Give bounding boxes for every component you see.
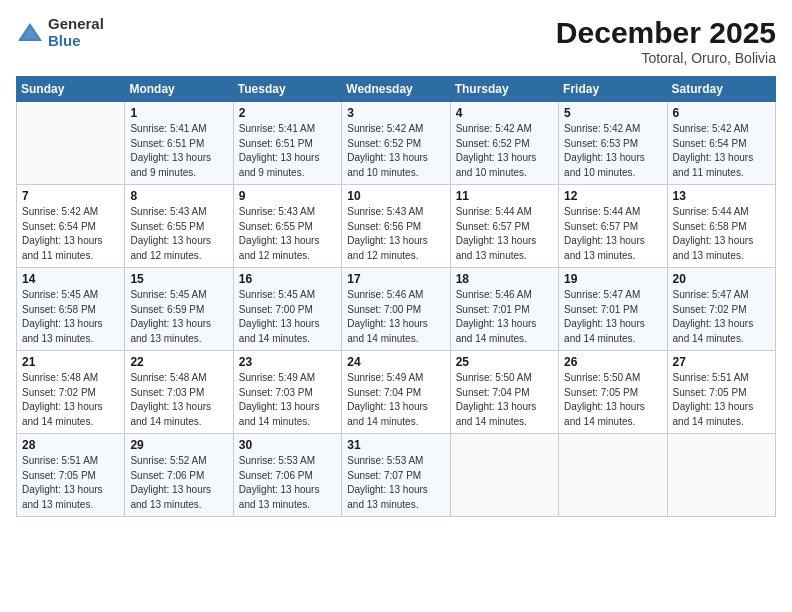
calendar-cell: 13Sunrise: 5:44 AMSunset: 6:58 PMDayligh… bbox=[667, 185, 775, 268]
day-number: 9 bbox=[239, 189, 336, 203]
calendar-cell: 18Sunrise: 5:46 AMSunset: 7:01 PMDayligh… bbox=[450, 268, 558, 351]
day-info: Sunrise: 5:50 AMSunset: 7:04 PMDaylight:… bbox=[456, 371, 553, 429]
calendar-cell: 4Sunrise: 5:42 AMSunset: 6:52 PMDaylight… bbox=[450, 102, 558, 185]
day-info: Sunrise: 5:46 AMSunset: 7:00 PMDaylight:… bbox=[347, 288, 444, 346]
col-header-sunday: Sunday bbox=[17, 77, 125, 102]
calendar-cell: 28Sunrise: 5:51 AMSunset: 7:05 PMDayligh… bbox=[17, 434, 125, 517]
day-info: Sunrise: 5:45 AMSunset: 6:59 PMDaylight:… bbox=[130, 288, 227, 346]
day-info: Sunrise: 5:47 AMSunset: 7:01 PMDaylight:… bbox=[564, 288, 661, 346]
calendar-cell: 15Sunrise: 5:45 AMSunset: 6:59 PMDayligh… bbox=[125, 268, 233, 351]
day-info: Sunrise: 5:43 AMSunset: 6:55 PMDaylight:… bbox=[130, 205, 227, 263]
day-info: Sunrise: 5:46 AMSunset: 7:01 PMDaylight:… bbox=[456, 288, 553, 346]
col-header-tuesday: Tuesday bbox=[233, 77, 341, 102]
calendar-cell: 5Sunrise: 5:42 AMSunset: 6:53 PMDaylight… bbox=[559, 102, 667, 185]
calendar-cell: 2Sunrise: 5:41 AMSunset: 6:51 PMDaylight… bbox=[233, 102, 341, 185]
day-number: 11 bbox=[456, 189, 553, 203]
calendar-cell: 31Sunrise: 5:53 AMSunset: 7:07 PMDayligh… bbox=[342, 434, 450, 517]
day-number: 8 bbox=[130, 189, 227, 203]
calendar-cell: 20Sunrise: 5:47 AMSunset: 7:02 PMDayligh… bbox=[667, 268, 775, 351]
day-info: Sunrise: 5:49 AMSunset: 7:04 PMDaylight:… bbox=[347, 371, 444, 429]
day-number: 6 bbox=[673, 106, 770, 120]
day-info: Sunrise: 5:47 AMSunset: 7:02 PMDaylight:… bbox=[673, 288, 770, 346]
day-number: 21 bbox=[22, 355, 119, 369]
calendar-cell: 14Sunrise: 5:45 AMSunset: 6:58 PMDayligh… bbox=[17, 268, 125, 351]
calendar-header-row: SundayMondayTuesdayWednesdayThursdayFrid… bbox=[17, 77, 776, 102]
col-header-thursday: Thursday bbox=[450, 77, 558, 102]
calendar-cell: 7Sunrise: 5:42 AMSunset: 6:54 PMDaylight… bbox=[17, 185, 125, 268]
day-info: Sunrise: 5:50 AMSunset: 7:05 PMDaylight:… bbox=[564, 371, 661, 429]
day-number: 10 bbox=[347, 189, 444, 203]
day-info: Sunrise: 5:42 AMSunset: 6:54 PMDaylight:… bbox=[22, 205, 119, 263]
calendar-cell: 24Sunrise: 5:49 AMSunset: 7:04 PMDayligh… bbox=[342, 351, 450, 434]
day-number: 19 bbox=[564, 272, 661, 286]
day-info: Sunrise: 5:53 AMSunset: 7:06 PMDaylight:… bbox=[239, 454, 336, 512]
day-number: 3 bbox=[347, 106, 444, 120]
day-number: 12 bbox=[564, 189, 661, 203]
logo-text-line2: Blue bbox=[48, 33, 104, 50]
day-info: Sunrise: 5:43 AMSunset: 6:55 PMDaylight:… bbox=[239, 205, 336, 263]
day-number: 7 bbox=[22, 189, 119, 203]
day-number: 27 bbox=[673, 355, 770, 369]
page-header: General Blue December 2025 Totoral, Orur… bbox=[16, 16, 776, 66]
day-info: Sunrise: 5:48 AMSunset: 7:03 PMDaylight:… bbox=[130, 371, 227, 429]
day-number: 1 bbox=[130, 106, 227, 120]
day-info: Sunrise: 5:43 AMSunset: 6:56 PMDaylight:… bbox=[347, 205, 444, 263]
day-info: Sunrise: 5:52 AMSunset: 7:06 PMDaylight:… bbox=[130, 454, 227, 512]
calendar-cell: 17Sunrise: 5:46 AMSunset: 7:00 PMDayligh… bbox=[342, 268, 450, 351]
calendar-cell bbox=[17, 102, 125, 185]
page-title: December 2025 bbox=[556, 16, 776, 50]
day-number: 24 bbox=[347, 355, 444, 369]
day-number: 17 bbox=[347, 272, 444, 286]
calendar-week-row: 14Sunrise: 5:45 AMSunset: 6:58 PMDayligh… bbox=[17, 268, 776, 351]
day-info: Sunrise: 5:42 AMSunset: 6:52 PMDaylight:… bbox=[347, 122, 444, 180]
calendar-cell: 29Sunrise: 5:52 AMSunset: 7:06 PMDayligh… bbox=[125, 434, 233, 517]
day-number: 2 bbox=[239, 106, 336, 120]
calendar-cell: 21Sunrise: 5:48 AMSunset: 7:02 PMDayligh… bbox=[17, 351, 125, 434]
day-info: Sunrise: 5:41 AMSunset: 6:51 PMDaylight:… bbox=[239, 122, 336, 180]
calendar-cell: 26Sunrise: 5:50 AMSunset: 7:05 PMDayligh… bbox=[559, 351, 667, 434]
calendar-week-row: 28Sunrise: 5:51 AMSunset: 7:05 PMDayligh… bbox=[17, 434, 776, 517]
calendar-cell: 27Sunrise: 5:51 AMSunset: 7:05 PMDayligh… bbox=[667, 351, 775, 434]
col-header-friday: Friday bbox=[559, 77, 667, 102]
calendar-cell: 16Sunrise: 5:45 AMSunset: 7:00 PMDayligh… bbox=[233, 268, 341, 351]
day-info: Sunrise: 5:42 AMSunset: 6:54 PMDaylight:… bbox=[673, 122, 770, 180]
col-header-monday: Monday bbox=[125, 77, 233, 102]
calendar-cell bbox=[450, 434, 558, 517]
logo-text-line1: General bbox=[48, 16, 104, 33]
logo: General Blue bbox=[16, 16, 104, 49]
calendar-cell bbox=[559, 434, 667, 517]
day-info: Sunrise: 5:53 AMSunset: 7:07 PMDaylight:… bbox=[347, 454, 444, 512]
day-number: 14 bbox=[22, 272, 119, 286]
day-number: 20 bbox=[673, 272, 770, 286]
calendar-cell: 25Sunrise: 5:50 AMSunset: 7:04 PMDayligh… bbox=[450, 351, 558, 434]
calendar-cell: 9Sunrise: 5:43 AMSunset: 6:55 PMDaylight… bbox=[233, 185, 341, 268]
day-number: 13 bbox=[673, 189, 770, 203]
day-info: Sunrise: 5:45 AMSunset: 7:00 PMDaylight:… bbox=[239, 288, 336, 346]
day-number: 25 bbox=[456, 355, 553, 369]
day-info: Sunrise: 5:51 AMSunset: 7:05 PMDaylight:… bbox=[673, 371, 770, 429]
day-info: Sunrise: 5:44 AMSunset: 6:57 PMDaylight:… bbox=[564, 205, 661, 263]
day-info: Sunrise: 5:45 AMSunset: 6:58 PMDaylight:… bbox=[22, 288, 119, 346]
calendar-cell: 19Sunrise: 5:47 AMSunset: 7:01 PMDayligh… bbox=[559, 268, 667, 351]
day-number: 26 bbox=[564, 355, 661, 369]
day-info: Sunrise: 5:44 AMSunset: 6:58 PMDaylight:… bbox=[673, 205, 770, 263]
calendar-cell: 8Sunrise: 5:43 AMSunset: 6:55 PMDaylight… bbox=[125, 185, 233, 268]
day-number: 15 bbox=[130, 272, 227, 286]
page-subtitle: Totoral, Oruro, Bolivia bbox=[556, 50, 776, 66]
logo-icon bbox=[16, 21, 44, 45]
day-info: Sunrise: 5:51 AMSunset: 7:05 PMDaylight:… bbox=[22, 454, 119, 512]
calendar-cell: 6Sunrise: 5:42 AMSunset: 6:54 PMDaylight… bbox=[667, 102, 775, 185]
calendar-cell: 1Sunrise: 5:41 AMSunset: 6:51 PMDaylight… bbox=[125, 102, 233, 185]
day-info: Sunrise: 5:41 AMSunset: 6:51 PMDaylight:… bbox=[130, 122, 227, 180]
calendar-cell bbox=[667, 434, 775, 517]
day-info: Sunrise: 5:48 AMSunset: 7:02 PMDaylight:… bbox=[22, 371, 119, 429]
day-number: 16 bbox=[239, 272, 336, 286]
day-info: Sunrise: 5:42 AMSunset: 6:52 PMDaylight:… bbox=[456, 122, 553, 180]
day-number: 5 bbox=[564, 106, 661, 120]
calendar-cell: 22Sunrise: 5:48 AMSunset: 7:03 PMDayligh… bbox=[125, 351, 233, 434]
day-number: 22 bbox=[130, 355, 227, 369]
calendar-cell: 12Sunrise: 5:44 AMSunset: 6:57 PMDayligh… bbox=[559, 185, 667, 268]
col-header-saturday: Saturday bbox=[667, 77, 775, 102]
day-number: 18 bbox=[456, 272, 553, 286]
day-number: 30 bbox=[239, 438, 336, 452]
